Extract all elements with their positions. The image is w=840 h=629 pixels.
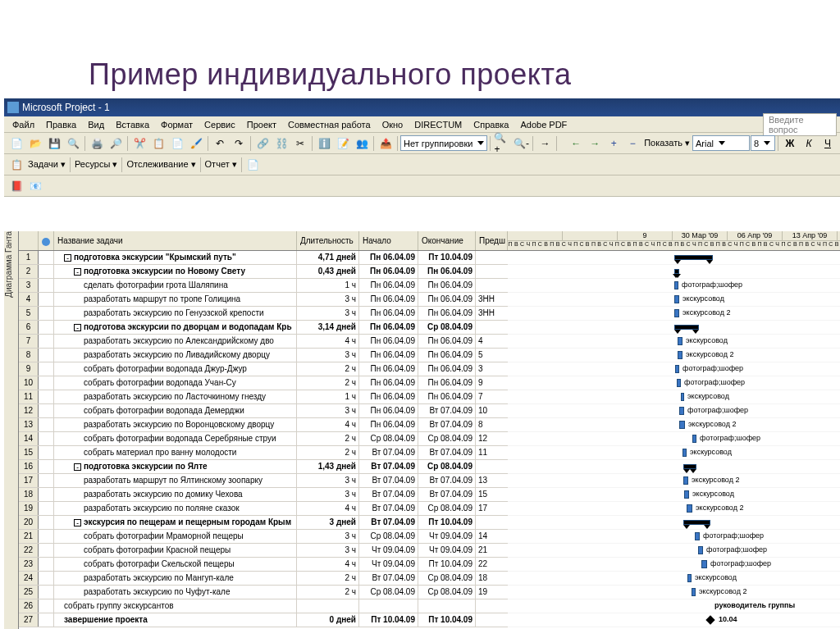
task-end-cell[interactable]: Чт 09.04.09 — [418, 544, 476, 557]
gantt-row[interactable]: экскурсовод 2 — [508, 307, 840, 321]
new-button[interactable]: 📄 — [7, 134, 25, 153]
menu-adobe-pdf[interactable]: Adobe PDF — [515, 118, 572, 131]
task-pred-cell[interactable]: 17 — [476, 502, 508, 515]
gantt-row[interactable]: экскурсовод — [508, 390, 840, 404]
task-name-cell[interactable]: собрать фотографии Мраморной пещеры — [54, 530, 297, 543]
row-id[interactable]: 24 — [19, 572, 39, 585]
gantt-bar[interactable] — [692, 435, 696, 443]
paste-button[interactable]: 📄 — [168, 134, 186, 153]
tracking-tab[interactable]: Отслеживание ▾ — [125, 159, 197, 170]
task-name-cell[interactable]: разработать экскурсию по Ливадийскому дв… — [54, 349, 297, 362]
row-id[interactable]: 22 — [19, 544, 39, 557]
task-name-cell[interactable]: собрать фотографии водопада Демерджи — [54, 404, 297, 417]
table-row[interactable]: 3сделать фотографии грота Шаляпина1 чПн … — [19, 279, 508, 293]
gantt-row[interactable]: экскурсовод — [508, 335, 840, 349]
task-duration-cell[interactable]: 1,43 дней — [297, 460, 359, 473]
task-start-cell[interactable]: Пн 06.04.09 — [359, 293, 418, 306]
task-end-cell[interactable]: Пн 06.04.09 — [418, 279, 476, 292]
gantt-row[interactable]: 10.04 — [508, 613, 840, 627]
outline-toggle[interactable]: - — [64, 254, 71, 262]
task-name-cell[interactable]: разработать экскурсию по домику Чехова — [54, 488, 297, 501]
task-name-cell[interactable]: собрать фотографи Скельской пещеры — [54, 558, 297, 571]
gantt-bar[interactable] — [674, 325, 699, 330]
task-duration-cell[interactable]: 4,71 дней — [297, 251, 359, 264]
menu-window[interactable]: Окно — [377, 118, 409, 131]
task-pred-cell[interactable]: 10 — [476, 404, 508, 417]
task-duration-cell[interactable]: 2 ч — [297, 446, 359, 459]
task-pred-cell[interactable] — [476, 279, 508, 292]
task-end-cell[interactable]: Пн 06.04.09 — [418, 349, 476, 362]
task-duration-cell[interactable] — [297, 599, 359, 613]
row-info[interactable] — [39, 321, 54, 334]
outline-toggle[interactable]: - — [74, 463, 81, 471]
task-start-cell[interactable]: Пн 06.04.09 — [359, 335, 418, 348]
view-sidebar[interactable]: Диаграмма Ганта — [4, 231, 19, 629]
task-duration-cell[interactable]: 3 ч — [297, 474, 359, 487]
task-pred-cell[interactable]: 8 — [476, 418, 508, 431]
pdf-export-button[interactable]: 📕 — [7, 177, 25, 195]
task-start-cell[interactable]: Пн 06.04.09 — [359, 265, 418, 278]
table-row[interactable]: 16-подготовка экскурсии по Ялте1,43 дней… — [19, 460, 508, 474]
task-end-cell[interactable]: Вт 07.04.09 — [418, 446, 476, 459]
task-duration-cell[interactable]: 2 ч — [297, 572, 359, 585]
copy-button[interactable]: 📋 — [149, 134, 167, 153]
gantt-row[interactable]: фотограф;шофер — [508, 558, 840, 572]
table-row[interactable]: 22собрать фотографии Красной пещеры3 чЧт… — [19, 544, 508, 558]
gantt-bar[interactable] — [698, 546, 703, 554]
underline-button[interactable]: Ч — [819, 134, 837, 153]
task-pred-cell[interactable]: 22 — [476, 558, 508, 571]
task-name-cell[interactable]: разработать экскурсию по Ласточкиному гн… — [54, 390, 297, 403]
row-id[interactable]: 17 — [19, 474, 39, 487]
row-info[interactable] — [39, 362, 54, 376]
table-row[interactable]: 24разработать экскурсию по Мангуп-кале2 … — [19, 572, 508, 586]
task-name-cell[interactable]: -подготовка экскурсии по Ялте — [54, 460, 297, 473]
task-duration-cell[interactable]: 4 ч — [297, 335, 359, 348]
goto-button[interactable]: → — [536, 134, 554, 153]
gantt-row[interactable] — [508, 516, 840, 530]
task-start-cell[interactable]: Пн 06.04.09 — [359, 307, 418, 320]
row-id[interactable]: 15 — [19, 446, 39, 459]
task-duration-cell[interactable]: 3 дней — [297, 516, 359, 529]
outline-toggle[interactable]: - — [74, 324, 81, 331]
task-start-cell[interactable]: Вт 07.04.09 — [359, 446, 418, 459]
task-duration-cell[interactable]: 2 ч — [297, 362, 359, 376]
gantt-bar[interactable] — [674, 295, 679, 303]
gantt-bar[interactable] — [679, 421, 685, 429]
row-info[interactable] — [39, 446, 54, 459]
gantt-row[interactable]: экскурсовод 2 — [508, 349, 840, 362]
task-pred-cell[interactable] — [476, 516, 508, 529]
task-end-cell[interactable]: Пн 06.04.09 — [418, 390, 476, 403]
task-end-cell[interactable]: Ср 08.04.09 — [418, 321, 476, 334]
col-header-duration[interactable]: Длительность — [297, 231, 359, 250]
task-pred-cell[interactable]: 21 — [476, 544, 508, 557]
task-name-cell[interactable]: разработать экскурсию по Александрийском… — [54, 335, 297, 348]
arrow-left-button[interactable]: ← — [567, 134, 585, 153]
bold-button[interactable]: Ж — [781, 134, 799, 153]
help-search-input[interactable]: Введите вопрос — [763, 113, 837, 136]
task-end-cell[interactable]: Пн 06.04.09 — [418, 293, 476, 306]
table-row[interactable]: 23собрать фотографи Скельской пещеры4 чЧ… — [19, 558, 508, 572]
table-row[interactable]: 2-подготовка экскурсии по Новому Свету0,… — [19, 265, 508, 279]
show-button[interactable]: Показать ▾ — [642, 138, 692, 148]
task-pred-cell[interactable]: 3НН — [476, 293, 508, 306]
print-button[interactable]: 🖨️ — [88, 134, 106, 153]
task-name-cell[interactable]: разработать экскурсию по Мангуп-кале — [54, 572, 297, 585]
row-id[interactable]: 11 — [19, 390, 39, 403]
table-row[interactable]: 14собрать фотографии водопада Серебряные… — [19, 432, 508, 446]
row-id[interactable]: 16 — [19, 460, 39, 473]
task-start-cell[interactable]: Пн 06.04.09 — [359, 279, 418, 292]
task-end-cell[interactable]: Чт 09.04.09 — [418, 530, 476, 543]
table-row[interactable]: 6-подготова экскурсии по дворцам и водоп… — [19, 321, 508, 335]
task-duration-cell[interactable]: 1 ч — [297, 279, 359, 292]
gantt-row[interactable]: фотограф;шофер — [508, 404, 840, 418]
row-info[interactable] — [39, 418, 54, 431]
col-header-pred[interactable]: Предш — [476, 231, 508, 250]
row-info[interactable] — [39, 251, 54, 264]
task-duration-cell[interactable]: 3 ч — [297, 530, 359, 543]
gantt-row[interactable]: экскурсовод — [508, 488, 840, 502]
task-pred-cell[interactable] — [476, 460, 508, 473]
row-info[interactable] — [39, 432, 54, 445]
gantt-bar[interactable] — [677, 379, 681, 387]
gantt-row[interactable] — [508, 265, 840, 279]
task-start-cell[interactable]: Пн 06.04.09 — [359, 349, 418, 362]
